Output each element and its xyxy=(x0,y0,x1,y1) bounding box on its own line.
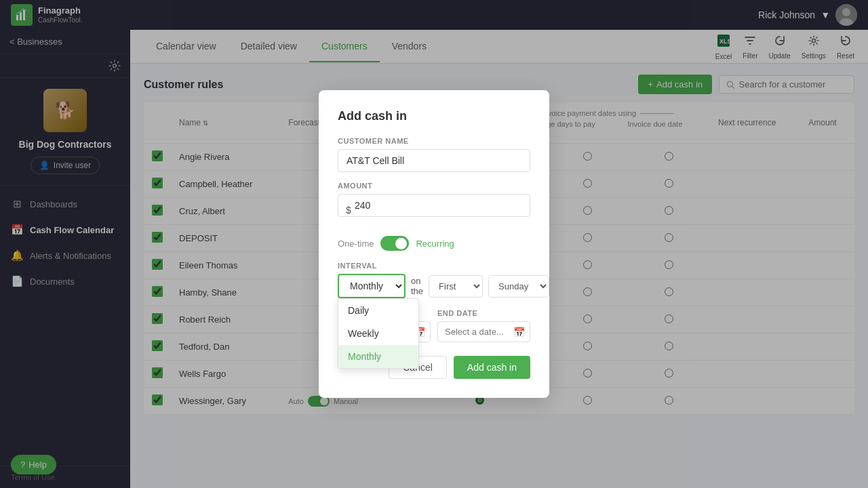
add-cash-in-modal: Add cash in CUSTOMER NAME AMOUNT $ One-t… xyxy=(319,90,549,398)
end-date-wrap: 📅 xyxy=(437,321,530,342)
interval-row: Monthly Daily Weekly Monthly on the Firs… xyxy=(338,274,530,298)
dropdown-item-monthly[interactable]: Monthly xyxy=(338,345,418,368)
recurring-toggle[interactable] xyxy=(380,236,409,251)
dropdown-item-weekly[interactable]: Weekly xyxy=(338,322,418,345)
interval-label: INTERVAL xyxy=(338,262,530,270)
end-date-label: END DATE xyxy=(437,309,530,317)
day-select[interactable]: First Second Third Last xyxy=(429,275,483,298)
interval-section: INTERVAL Monthly Daily Weekly Monthly on… xyxy=(338,262,530,298)
interval-select[interactable]: Monthly xyxy=(338,274,406,298)
day-name-select[interactable]: Sunday Monday Tuesday Wednesday Thursday… xyxy=(488,275,549,298)
end-date-calendar-icon[interactable]: 📅 xyxy=(513,327,525,338)
interval-dropdown-wrap: Monthly Daily Weekly Monthly xyxy=(338,274,406,298)
amount-input-wrap: $ xyxy=(338,194,530,226)
onetime-label: One-time xyxy=(338,239,374,249)
modal-overlay[interactable]: Add cash in CUSTOMER NAME AMOUNT $ One-t… xyxy=(0,0,868,488)
amount-input[interactable] xyxy=(338,194,530,217)
amount-label: AMOUNT xyxy=(338,182,530,190)
add-cash-in-confirm-button[interactable]: Add cash in xyxy=(454,356,530,379)
end-date-field: END DATE 📅 xyxy=(437,309,530,342)
customer-name-label: CUSTOMER NAME xyxy=(338,137,530,145)
modal-title: Add cash in xyxy=(338,109,530,123)
customer-name-input[interactable] xyxy=(338,149,530,172)
recurring-row: One-time Recurring xyxy=(338,236,530,251)
on-the-text: on the xyxy=(411,276,423,296)
recurring-label: Recurring xyxy=(416,239,454,249)
dropdown-item-daily[interactable]: Daily xyxy=(338,299,418,322)
interval-dropdown: Daily Weekly Monthly xyxy=(338,298,419,369)
amount-prefix: $ xyxy=(346,205,351,216)
